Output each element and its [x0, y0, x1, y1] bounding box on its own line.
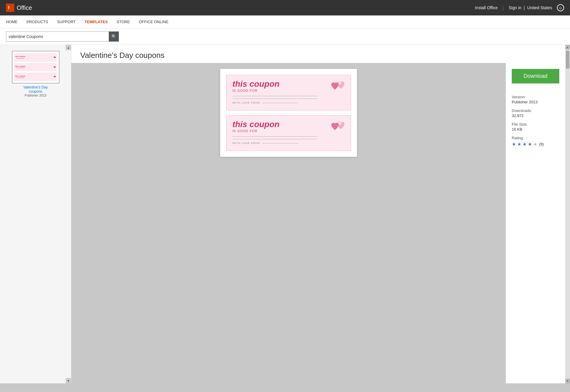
search-icon: 🔍 — [111, 34, 116, 39]
downloads-label: Downloads: — [512, 108, 559, 113]
thumb-title-line1: Valentine's Day — [23, 85, 48, 89]
search-bar: 🔍 — [0, 29, 570, 45]
coupon-hearts-1 — [322, 79, 345, 99]
star-3: ★ — [522, 141, 527, 147]
scrollbar-down[interactable]: ▼ — [565, 379, 570, 383]
hearts-svg-2 — [322, 119, 345, 140]
coupon-line-2a — [232, 136, 318, 137]
office-label: Office — [17, 4, 32, 11]
top-bar: f Office Install Office | Sign in | Unit… — [0, 0, 570, 15]
smiley-icon[interactable]: ☺ — [557, 4, 564, 11]
info-panel: Download Version: Publisher 2013 Downloa… — [506, 63, 565, 383]
coupon-card-1: this coupon IS GOOD FOR WITH LOVE FROM — [226, 75, 351, 110]
nav-home[interactable]: HOME — [6, 18, 18, 25]
nav-bar: HOME PRODUCTS SUPPORT TEMPLATES STORE OF… — [0, 15, 570, 29]
thumb-coupon-text-3: this coupon IS GOOD FOR — [15, 75, 26, 79]
thumb-label-sub: Publisher 2013 — [4, 94, 67, 97]
filesize-label: File Size: — [512, 122, 559, 127]
thumb-coupon-row-1: this coupon IS GOOD FOR ❤ — [14, 53, 57, 62]
nav-templates[interactable]: TEMPLATES — [85, 18, 108, 25]
downloads-value: 32,972 — [512, 113, 559, 118]
thumb-coupon-text-1: this coupon IS GOOD FOR — [15, 56, 26, 59]
coupon-hearts-2 — [322, 119, 345, 140]
rating-count: (9) — [539, 142, 544, 146]
smiley-char: ☺ — [558, 5, 563, 10]
main-content: ▲ this coupon IS GOOD FOR ❤ this coupon … — [0, 45, 570, 383]
detail-title: Valentine's Day coupons — [71, 45, 565, 63]
thumb-title-line2: coupons — [29, 89, 42, 94]
sign-in-area[interactable]: Sign in | United States — [508, 5, 552, 10]
coupon-line-1b — [232, 99, 318, 99]
page-scrollbar: ▲ ▼ — [565, 45, 570, 383]
search-input-wrapper: 🔍 — [6, 31, 119, 42]
version-label: Version: — [512, 95, 559, 99]
coupon-subtitle-1: IS GOOD FOR — [232, 89, 318, 92]
coupon-from-label-1: WITH LOVE FROM — [232, 101, 260, 104]
thumb-coupon-heart-3: ❤ — [53, 75, 56, 78]
coupon-card-2: this coupon IS GOOD FOR WITH LOVE FROM — [226, 115, 351, 151]
scrollbar-thumb[interactable] — [566, 51, 569, 69]
version-value: Publisher 2013 — [512, 100, 559, 104]
filesize-value: 16 KB — [512, 127, 559, 132]
star-1: ★ — [512, 141, 516, 147]
install-office-link[interactable]: Install Office — [475, 5, 498, 10]
search-input[interactable] — [6, 31, 119, 42]
thumb-coupon-heart-2: ❤ — [53, 66, 56, 69]
coupon-left-1: this coupon IS GOOD FOR WITH LOVE FROM — [232, 80, 318, 104]
nav-products[interactable]: PRODUCTS — [26, 18, 48, 25]
coupon-line-1a — [232, 96, 318, 96]
top-bar-divider: | — [503, 5, 504, 11]
search-button[interactable]: 🔍 — [109, 31, 119, 42]
coupon-left-2: this coupon IS GOOD FOR WITH LOVE FROM — [232, 120, 318, 145]
template-thumbnail[interactable]: this coupon IS GOOD FOR ❤ this coupon IS… — [4, 51, 67, 97]
divider-char: | — [524, 5, 525, 10]
sign-in-label[interactable]: Sign in — [508, 5, 521, 10]
office-logo-icon: f — [6, 4, 14, 12]
thumb-coupon-row-2: this coupon IS GOOD FOR ❤ — [14, 63, 57, 72]
coupon-from-label-2: WITH LOVE FROM — [232, 142, 260, 145]
coupon-from-1: WITH LOVE FROM — [232, 101, 318, 104]
preview-area: this coupon IS GOOD FOR WITH LOVE FROM — [71, 63, 506, 383]
thumb-image: this coupon IS GOOD FOR ❤ this coupon IS… — [12, 51, 59, 83]
detail-body: this coupon IS GOOD FOR WITH LOVE FROM — [71, 63, 565, 383]
coupon-subtitle-2: IS GOOD FOR — [232, 129, 318, 133]
detail-area: Valentine's Day coupons this coupon IS G… — [71, 45, 565, 383]
coupon-line-2b — [232, 139, 318, 139]
coupon-from-line-2 — [262, 143, 298, 143]
coupon-from-2: WITH LOVE FROM — [232, 142, 318, 145]
thumb-coupon-heart-1: ❤ — [53, 56, 56, 59]
thumb-coupon-text-2: this coupon IS GOOD FOR — [15, 65, 26, 69]
thumb-coupon-row-3: this coupon IS GOOD FOR ❤ — [14, 72, 57, 81]
coupon-from-line-1 — [262, 103, 298, 103]
preview-document: this coupon IS GOOD FOR WITH LOVE FROM — [220, 69, 357, 157]
download-button[interactable]: Download — [512, 69, 559, 83]
star-2: ★ — [517, 141, 521, 147]
hearts-svg-1 — [322, 79, 345, 99]
top-bar-right: Install Office | Sign in | United States… — [475, 4, 564, 11]
star-4: ★ — [528, 141, 532, 147]
star-5: ★ — [533, 141, 537, 147]
sidebar-scroll-down[interactable]: ▼ — [66, 378, 71, 383]
coupon-title-1: this coupon — [232, 80, 318, 88]
nav-office-online[interactable]: OFFICE ONLINE — [139, 18, 169, 25]
office-logo[interactable]: f Office — [6, 4, 32, 12]
sidebar-scroll-up[interactable]: ▲ — [66, 45, 71, 50]
region-label[interactable]: United States — [527, 5, 552, 10]
rating-label: Rating: — [512, 136, 559, 140]
sidebar: ▲ this coupon IS GOOD FOR ❤ this coupon … — [0, 45, 71, 383]
scrollbar-up[interactable]: ▲ — [565, 45, 570, 50]
thumb-label-title[interactable]: Valentine's Day coupons — [4, 85, 67, 94]
coupon-title-2: this coupon — [232, 120, 318, 129]
svg-text:f: f — [8, 5, 10, 10]
rating-stars: ★ ★ ★ ★ ★ (9) — [512, 141, 559, 147]
nav-support[interactable]: SUPPORT — [57, 18, 76, 25]
nav-store[interactable]: STORE — [116, 18, 130, 25]
